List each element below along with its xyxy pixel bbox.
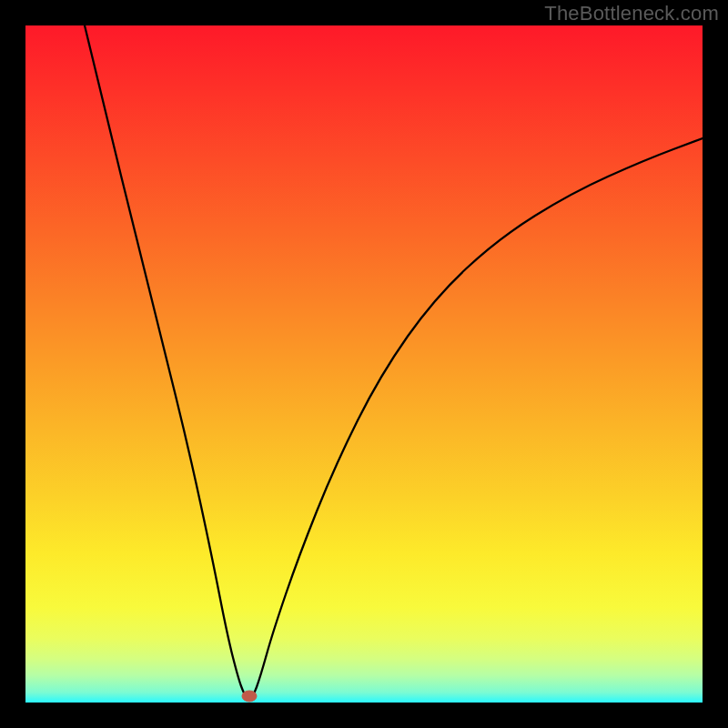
bottleneck-curve (25, 25, 703, 703)
attribution-text: TheBottleneck.com (544, 2, 719, 25)
chart-frame: TheBottleneck.com (0, 0, 728, 728)
plot-area (25, 25, 703, 703)
minimum-marker (242, 691, 257, 702)
